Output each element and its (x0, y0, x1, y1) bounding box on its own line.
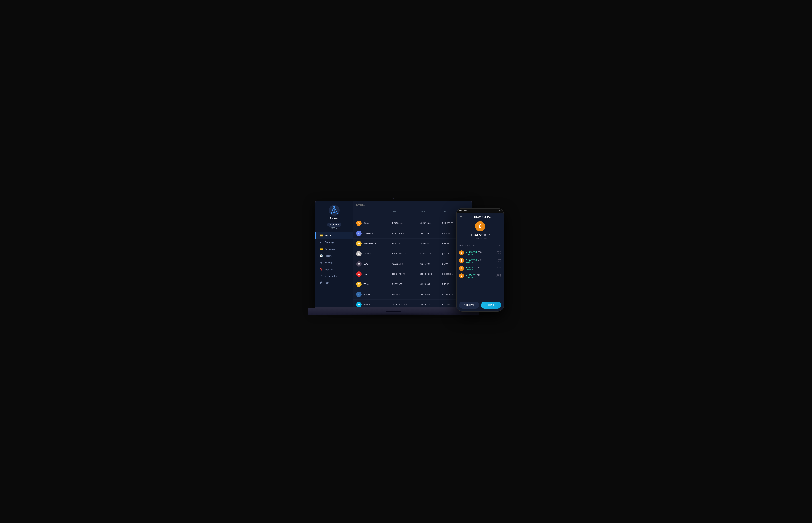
tx-date: 23:21 23.08.19 (496, 251, 501, 254)
table-row[interactable]: ₿ Bitcoin 1.3478BTC $ 15,998.3 $ 11,870.… (353, 218, 472, 229)
tx-item[interactable]: ₿ + 0.522017 BTC Confirmed 13:25 06.08.1… (459, 265, 501, 272)
table-row[interactable]: ◈ Tron 1006.4289TRX $ 34.273936 $ 0.0340… (353, 269, 472, 279)
wallet-icon: 💳 (320, 234, 323, 237)
crypto-name-text: ZCash (363, 283, 370, 286)
tx-amount: + 0.0159728 BTC (466, 250, 494, 254)
crypto-icon: Ż (356, 282, 361, 287)
balance-cell: 41.262EOS (392, 263, 421, 265)
balance-unit: LTC (403, 253, 406, 255)
balance-cell: 1.3478BTC (392, 222, 421, 224)
laptop: Atomic 17,876.2 USD 💳 Wallet ⇄ Exchange (308, 197, 479, 315)
tx-info: + 0.2706069 BTC Confirmed (466, 258, 494, 263)
buy-crypto-icon: 💳 (320, 248, 323, 251)
laptop-notch (386, 311, 401, 312)
nav-settings[interactable]: ⚙ Settings (316, 259, 353, 266)
svg-point-1 (333, 205, 335, 208)
app-logo (329, 205, 340, 216)
phone-header: ← Bitcoin (BTC) (457, 213, 504, 219)
phone-balance: 1.3478 BTC (471, 233, 490, 237)
crypto-name-cell: Ξ Ethereum (356, 231, 392, 236)
value-cell: $ 326.641 (421, 283, 442, 286)
tx-info: + 0.0159728 BTC Confirmed (466, 250, 494, 255)
table-row[interactable]: Ξ Ethereum 2.0152977ETH $ 621.356 $ 308.… (353, 229, 472, 238)
crypto-icon: ◉ (356, 261, 361, 267)
search-input[interactable] (356, 204, 392, 206)
crypto-name-cell: ◈ Tron (356, 271, 392, 277)
sidebar: Atomic 17,876.2 USD 💳 Wallet ⇄ Exchange (316, 201, 353, 307)
balance-unit: XLM (404, 304, 407, 306)
table-row[interactable]: ✦ Stellar 403.836152XLM $ 42.6115 $ 0.10… (353, 300, 472, 307)
tx-item[interactable]: ₿ + 0.0159728 BTC Confirmed 23:21 23.08.… (459, 249, 501, 257)
value-cell: $ 292.58 (421, 242, 442, 245)
nav-history[interactable]: 🕐 History (316, 252, 353, 259)
currency-label[interactable]: USD (331, 227, 337, 229)
phone-tx-title: Your transactions (459, 244, 475, 247)
crypto-name-cell: ✦ Stellar (356, 302, 392, 307)
tx-info: + 0.358172 BTC Confirmed (466, 273, 494, 278)
balance-unit: BTC (399, 222, 403, 224)
balance-cell: 1.3042853LTC (392, 252, 421, 255)
nav-support[interactable]: ❓ Support (316, 266, 353, 273)
nav-history-label: History (324, 254, 332, 257)
phone-refresh-icon[interactable]: ↻ (499, 244, 501, 247)
tx-amount: + 0.2706069 BTC (466, 258, 494, 261)
laptop-body: Atomic 17,876.2 USD 💳 Wallet ⇄ Exchange (315, 201, 472, 308)
membership-icon: Ⓐ (320, 275, 323, 278)
table-header: Balance Value Price 30 day trend ⚙ (353, 209, 472, 218)
crypto-name-cell: ₿ Bitcoin (356, 220, 392, 226)
phone-camera-notch (476, 209, 488, 212)
nav-wallet-label: Wallet (324, 234, 331, 237)
tx-status: Confirmed (466, 269, 494, 271)
col-value: Value (421, 210, 442, 217)
nav-exchange[interactable]: ⇄ Exchange (316, 239, 353, 246)
table-row[interactable]: Ł Litecoin 1.3042853LTC $ 157.1794 $ 120… (353, 249, 472, 259)
nav-membership[interactable]: Ⓐ Membership (316, 273, 353, 279)
col-balance: Balance (392, 210, 421, 217)
crypto-icon: ◈ (356, 271, 361, 277)
crypto-name-text: Bitcoin (363, 222, 370, 224)
phone-signal: 4G ↑↓ 73% (459, 209, 467, 211)
phone-time: 17:41 (497, 209, 501, 211)
nav-wallet[interactable]: 💳 Wallet (316, 232, 353, 239)
crypto-icon: ◆ (356, 241, 361, 246)
value-cell: $ 15,998.3 (421, 222, 442, 224)
exit-icon: ⏻ (320, 282, 323, 285)
phone-tx-list: ₿ + 0.0159728 BTC Confirmed 23:21 23.08.… (459, 249, 501, 280)
phone-coin-icon: ₿ (475, 221, 485, 231)
crypto-name-text: Binance Coin (363, 242, 377, 245)
table-row[interactable]: ✕ Ripple 209XRP $ 82.96424 $ 0.396958 + … (353, 289, 472, 300)
phone-back-button[interactable]: ← (459, 215, 462, 218)
crypto-name-cell: ◉ EOS (356, 261, 392, 267)
nav-buy-crypto[interactable]: 💳 Buy crypto (316, 246, 353, 252)
exchange-icon: ⇄ (320, 241, 323, 244)
crypto-name-cell: ◆ Binance Coin (356, 241, 392, 246)
balance-unit: XRP (396, 293, 400, 295)
balance-badge: 17,876.2 (327, 222, 341, 227)
phone-tx-header: Your transactions ↻ (459, 244, 501, 247)
balance-unit: BNB (399, 243, 403, 245)
value-cell: $ 34.273936 (421, 273, 442, 275)
tx-item[interactable]: ₿ + 0.2706069 BTC Confirmed 21:05 19.08.… (459, 257, 501, 265)
support-icon: ❓ (320, 268, 323, 271)
phone-title: Bitcoin (BTC) (464, 215, 501, 218)
balance-unit: ETH (403, 233, 406, 234)
crypto-name-text: Stellar (363, 303, 370, 306)
settings-icon: ⚙ (320, 261, 323, 264)
receive-button[interactable]: RECEIVE (459, 302, 479, 308)
table-row[interactable]: Ż ZCash 7.1039972ZEC $ 326.641 $ 45.98 +… (353, 279, 472, 289)
phone-screen: ← Bitcoin (BTC) ₿ 1.3478 BTC 15,998.38 U… (457, 213, 504, 311)
phone-balance-usd: 15,998.38 USD (473, 238, 487, 240)
crypto-name-cell: Ż ZCash (356, 282, 392, 287)
tx-date: 13:25 06.08.19 (496, 266, 501, 270)
search-bar (353, 201, 472, 209)
nav-settings-label: Settings (324, 261, 333, 264)
table-row[interactable]: ◉ EOS 41.262EOS $ 246.334 $ 5.97 + ↻ (353, 259, 472, 269)
nav-exit[interactable]: ⏻ Exit (316, 279, 353, 286)
send-button[interactable]: SEND (481, 302, 501, 308)
balance-unit: TRX (403, 273, 406, 275)
tx-item[interactable]: ₿ + 0.358172 BTC Confirmed 21:05 19.07.1… (459, 272, 501, 280)
table-row[interactable]: ◆ Binance Coin 10.223BNB $ 292.58 $ 28.6… (353, 238, 472, 249)
scene: Atomic 17,876.2 USD 💳 Wallet ⇄ Exchange (308, 197, 504, 326)
tx-amount: + 0.522017 BTC (466, 266, 494, 269)
tx-date: 21:05 19.07.19 (496, 274, 501, 277)
